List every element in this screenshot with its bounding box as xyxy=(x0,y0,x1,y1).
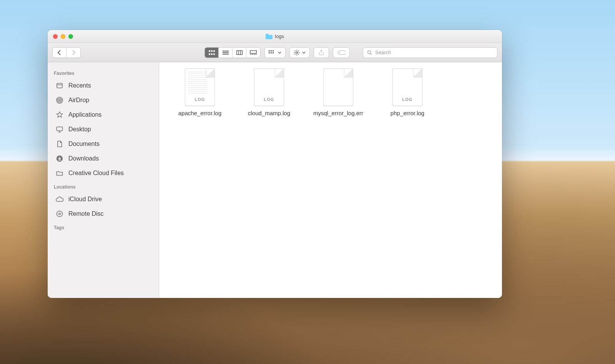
sidebar-item[interactable]: Recents xyxy=(48,78,159,93)
svg-rect-1 xyxy=(211,50,213,52)
sidebar-item-label: Remote Disc xyxy=(68,210,104,217)
sidebar-item-label: Recents xyxy=(68,82,91,89)
svg-line-30 xyxy=(298,50,299,51)
view-gallery-button[interactable] xyxy=(246,48,260,58)
svg-rect-9 xyxy=(236,50,242,55)
sidebar-item-label: Desktop xyxy=(68,126,91,133)
sidebar-item[interactable]: Desktop xyxy=(48,122,159,137)
svg-rect-4 xyxy=(211,53,213,55)
action-button[interactable] xyxy=(289,47,310,58)
file-item[interactable]: mysql_error_log.err xyxy=(304,68,373,117)
svg-rect-17 xyxy=(269,50,270,51)
svg-rect-16 xyxy=(256,54,257,55)
svg-point-45 xyxy=(57,211,63,217)
sidebar-item[interactable]: Documents xyxy=(48,137,159,151)
svg-rect-0 xyxy=(209,50,210,52)
sidebar-item[interactable]: iCloud Drive xyxy=(48,192,159,207)
back-button[interactable] xyxy=(53,48,66,58)
chevron-down-icon xyxy=(278,51,281,54)
file-type-badge: LOG xyxy=(195,97,205,102)
sidebar-item[interactable]: Creative Cloud Files xyxy=(48,166,159,180)
sidebar-item-label: Creative Cloud Files xyxy=(68,170,124,177)
toolbar xyxy=(48,43,502,62)
sidebar-item[interactable]: AirDrop xyxy=(48,93,159,108)
window-title-text: logs xyxy=(275,33,284,39)
minimize-button[interactable] xyxy=(61,34,65,39)
desktop-icon xyxy=(55,125,64,134)
close-button[interactable] xyxy=(53,34,58,39)
svg-line-34 xyxy=(371,53,372,55)
svg-rect-2 xyxy=(213,50,215,52)
view-columns-button[interactable] xyxy=(233,48,246,58)
icloud-icon xyxy=(55,195,64,204)
svg-rect-5 xyxy=(213,53,215,55)
svg-rect-12 xyxy=(250,50,257,53)
file-item[interactable]: LOGphp_error.log xyxy=(373,68,442,117)
share-icon xyxy=(319,50,324,56)
view-segment xyxy=(204,47,261,58)
finder-window: logs xyxy=(48,30,502,298)
sidebar-item[interactable]: Downloads xyxy=(48,151,159,166)
recents-icon xyxy=(55,81,64,90)
file-type-badge: LOG xyxy=(264,97,274,102)
file-item[interactable]: LOGcloud_mamp.log xyxy=(234,68,304,117)
sidebar: FavoritesRecentsAirDropApplicationsDeskt… xyxy=(48,62,159,298)
share-button[interactable] xyxy=(314,47,329,58)
file-item[interactable]: LOGapache_error.log xyxy=(165,68,234,117)
airdrop-icon xyxy=(55,96,64,104)
arrange-button[interactable] xyxy=(264,47,286,58)
svg-line-31 xyxy=(295,54,296,55)
sidebar-heading: Favorites xyxy=(48,67,159,78)
svg-rect-13 xyxy=(250,54,251,55)
svg-rect-15 xyxy=(254,54,255,55)
view-icons-button[interactable] xyxy=(205,48,219,58)
svg-line-29 xyxy=(298,54,299,55)
file-browser[interactable]: LOGapache_error.logLOGcloud_mamp.logmysq… xyxy=(159,62,502,298)
svg-rect-18 xyxy=(271,50,272,51)
applications-icon xyxy=(55,111,64,119)
tag-icon xyxy=(337,50,346,55)
forward-button[interactable] xyxy=(66,48,80,58)
content-area: FavoritesRecentsAirDropApplicationsDeskt… xyxy=(48,62,502,298)
downloads-icon xyxy=(55,154,64,163)
svg-rect-40 xyxy=(57,127,63,131)
file-type-badge: LOG xyxy=(402,97,413,102)
remotedisc-icon xyxy=(55,210,64,218)
svg-point-46 xyxy=(59,213,60,215)
sidebar-item[interactable]: Remote Disc xyxy=(48,207,159,221)
file-thumbnail xyxy=(323,68,353,106)
traffic-lights xyxy=(48,34,73,39)
gear-icon xyxy=(294,50,300,56)
sidebar-item-label: Downloads xyxy=(68,155,99,162)
sidebar-item[interactable]: Applications xyxy=(48,108,159,122)
sidebar-item-label: Applications xyxy=(68,111,101,118)
svg-rect-3 xyxy=(209,53,210,55)
svg-point-23 xyxy=(296,51,298,53)
folder-icon xyxy=(266,34,273,39)
svg-rect-35 xyxy=(57,83,62,88)
file-name: cloud_mamp.log xyxy=(248,110,290,117)
titlebar: logs xyxy=(48,30,502,43)
svg-point-37 xyxy=(59,99,60,101)
grid-small-icon xyxy=(269,50,276,55)
svg-line-28 xyxy=(295,50,296,51)
search-icon xyxy=(367,50,372,55)
svg-rect-21 xyxy=(271,52,272,53)
search-field[interactable] xyxy=(363,47,497,58)
svg-point-38 xyxy=(58,98,62,102)
zoom-button[interactable] xyxy=(68,34,73,39)
file-name: php_error.log xyxy=(391,110,424,117)
search-input[interactable] xyxy=(375,50,493,55)
tags-button[interactable] xyxy=(333,47,350,58)
svg-rect-19 xyxy=(273,50,274,51)
svg-point-33 xyxy=(368,51,371,54)
folder-icon xyxy=(55,169,64,177)
chevron-down-icon xyxy=(302,51,306,54)
svg-rect-14 xyxy=(252,54,253,55)
view-list-button[interactable] xyxy=(219,48,233,58)
documents-icon xyxy=(55,140,64,148)
nav-segment xyxy=(52,47,81,58)
window-title: logs xyxy=(48,33,502,39)
svg-point-32 xyxy=(339,52,340,53)
file-thumbnail: LOG xyxy=(392,68,422,106)
